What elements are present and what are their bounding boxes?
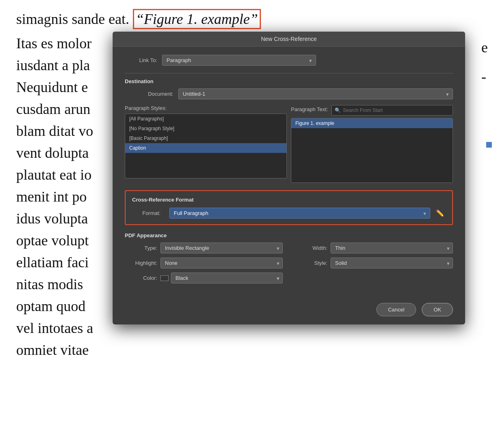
format-row: Format: Full Paragraph ✏️ xyxy=(132,208,446,219)
link-to-label: Link To: xyxy=(125,57,157,63)
style-row: Style: Solid xyxy=(295,258,453,268)
paragraph-text-search-row: Paragraph Text: 🔍 xyxy=(291,105,453,116)
color-row: Color: Black ▾ xyxy=(125,273,283,283)
style-select[interactable]: Solid xyxy=(331,258,453,268)
xref-format-label: Cross-Reference Format xyxy=(132,197,446,203)
color-label: Color: xyxy=(125,275,157,281)
pdf-appearance-label: PDF Appearance xyxy=(125,232,453,238)
color-swatch[interactable] xyxy=(160,275,169,281)
width-label: Width: xyxy=(295,245,327,251)
paragraph-text-search[interactable] xyxy=(331,105,453,116)
new-cross-reference-dialog: New Cross-Reference Link To: Paragraph D… xyxy=(113,32,465,324)
divider-1 xyxy=(125,73,453,73)
paragraph-styles-label: Paragraph Styles: xyxy=(125,105,287,111)
document-select-wrapper: Untitled-1 xyxy=(178,88,453,99)
paragraph-columns: Paragraph Styles: [All Paragraphs] [No P… xyxy=(125,105,453,183)
dialog-buttons: Cancel OK xyxy=(113,303,465,316)
width-row: Width: Thin xyxy=(295,243,453,253)
type-select-wrapper: Invisible Rectangle xyxy=(160,243,283,253)
format-select[interactable]: Full Paragraph xyxy=(169,208,430,219)
highlight-row: Highlight: None xyxy=(125,258,283,268)
document-select[interactable]: Untitled-1 xyxy=(178,88,453,99)
para-style-basic-paragraph[interactable]: [Basic Paragraph] xyxy=(125,133,286,143)
para-style-all-paragraphs[interactable]: [All Paragraphs] xyxy=(125,114,286,124)
para-style-caption[interactable]: Caption xyxy=(125,143,286,153)
color-select[interactable]: Black xyxy=(171,273,283,283)
link-to-select[interactable]: Paragraph xyxy=(162,55,316,66)
ok-button[interactable]: OK xyxy=(422,303,453,316)
type-label: Type: xyxy=(125,245,157,251)
type-select[interactable]: Invisible Rectangle xyxy=(160,243,283,253)
destination-section: Destination Document: Untitled-1 Paragra… xyxy=(125,78,453,183)
paragraph-text-label: Paragraph Text: xyxy=(291,106,328,112)
paragraph-styles-column: Paragraph Styles: [All Paragraphs] [No P… xyxy=(125,105,287,183)
width-select-wrapper: Thin xyxy=(331,243,453,253)
para-text-figure-1[interactable]: Figure 1. example xyxy=(291,118,453,128)
type-row: Type: Invisible Rectangle xyxy=(125,243,283,253)
style-select-wrapper: Solid xyxy=(331,258,453,268)
para-style-no-paragraph-style[interactable]: [No Paragraph Style] xyxy=(125,124,286,133)
highlight-select-wrapper: None xyxy=(160,258,283,268)
link-to-row: Link To: Paragraph xyxy=(125,55,453,66)
color-select-wrapper: Black ▾ xyxy=(160,273,283,283)
dialog-title: New Cross-Reference xyxy=(261,36,317,42)
pdf-appearance-section: PDF Appearance Type: Invisible Rectangle xyxy=(125,232,453,283)
format-field-label: Format: xyxy=(132,210,160,216)
highlight-label: Highlight: xyxy=(125,260,157,266)
xref-format-section: Cross-Reference Format Format: Full Para… xyxy=(125,190,453,225)
search-icon: 🔍 xyxy=(335,107,341,113)
modal-overlay: New Cross-Reference Link To: Paragraph D… xyxy=(0,0,504,438)
cancel-button[interactable]: Cancel xyxy=(376,303,416,316)
paragraph-text-list[interactable]: Figure 1. example xyxy=(291,118,453,183)
document-field-label: Document: xyxy=(125,91,173,97)
search-input-wrapper: 🔍 xyxy=(331,105,453,116)
document-row: Document: Untitled-1 xyxy=(125,88,453,99)
paragraph-styles-list[interactable]: [All Paragraphs] [No Paragraph Style] [B… xyxy=(125,114,287,178)
paragraph-text-column: Paragraph Text: 🔍 Figure 1. example xyxy=(291,105,453,183)
format-select-wrapper: Full Paragraph xyxy=(169,208,430,219)
link-to-select-wrapper: Paragraph xyxy=(162,55,316,66)
edit-format-button[interactable]: ✏️ xyxy=(434,208,446,219)
width-select[interactable]: Thin xyxy=(331,243,453,253)
highlight-select[interactable]: None xyxy=(160,258,283,268)
style-label: Style: xyxy=(295,260,327,266)
dialog-titlebar: New Cross-Reference xyxy=(113,32,465,47)
destination-label: Destination xyxy=(125,78,453,84)
